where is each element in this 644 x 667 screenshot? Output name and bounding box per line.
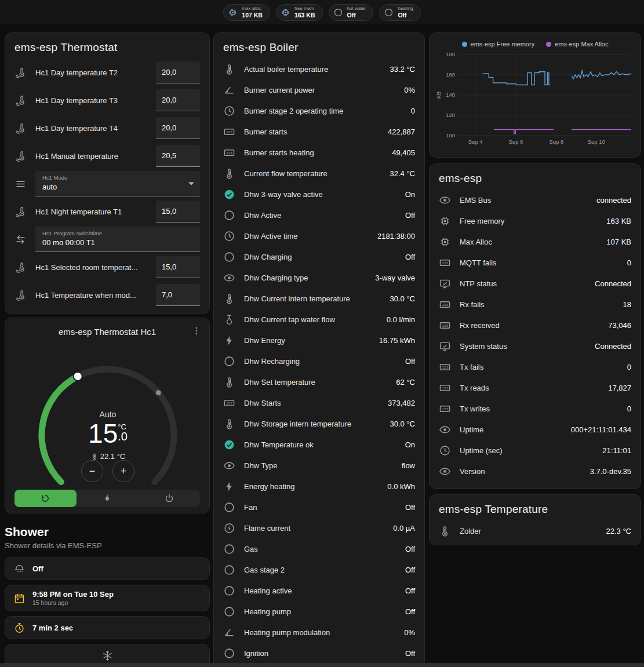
- entity-row[interactable]: Burner stage 2 operating time0: [214, 100, 424, 121]
- status-chip[interactable]: heatingOff: [379, 4, 420, 21]
- entity-value: 49,405: [392, 148, 415, 157]
- chip-label: heating: [398, 6, 413, 11]
- entity-row[interactable]: 123Tx reads17,827: [430, 377, 641, 398]
- entity-value: 32.4 °C: [390, 169, 415, 178]
- entity-row[interactable]: Dhw Typeflow: [214, 455, 424, 476]
- temp-decrease-button[interactable]: −: [81, 460, 103, 482]
- entity-row[interactable]: Flame current0.0 µA: [214, 517, 424, 538]
- entity-row[interactable]: FanOff: [214, 497, 424, 517]
- entity-label: Flame current: [244, 524, 388, 533]
- entity-row[interactable]: System statusConnected: [430, 336, 641, 356]
- status-chip[interactable]: max alloc107 KB: [223, 4, 270, 21]
- entity-value: 373,482: [388, 399, 415, 407]
- legend-dot: [546, 42, 551, 47]
- status-chip[interactable]: free mem163 KB: [276, 4, 323, 21]
- entity-row[interactable]: Dhw 3-way valve activeOn: [214, 184, 424, 205]
- legend-item[interactable]: ems-esp Free memory: [462, 41, 535, 48]
- horizontal-scrollbar[interactable]: [0, 663, 644, 667]
- entity-row[interactable]: 123Tx writes0: [430, 398, 641, 419]
- entity-row[interactable]: Dhw Current intern temperature30.0 °C: [214, 288, 424, 309]
- temp-stepper: − +: [5, 460, 210, 482]
- entity-row[interactable]: NTP statusConnected: [430, 273, 641, 294]
- entity-row[interactable]: Energy heating0.0 kWh: [214, 476, 424, 497]
- shower-card[interactable]: Off: [5, 557, 210, 580]
- number-input[interactable]: 20,5: [156, 145, 200, 167]
- temp-increase-button[interactable]: +: [112, 460, 134, 482]
- target-temp-handle[interactable]: [74, 372, 82, 381]
- hvac-mode-auto-button[interactable]: [14, 490, 77, 507]
- entity-row[interactable]: Max Alloc107 KB: [430, 231, 641, 252]
- current-temp-marker: [156, 390, 161, 395]
- entity-value: 0%: [404, 628, 415, 637]
- entity-row[interactable]: Version3.7.0-dev.35: [430, 461, 641, 482]
- entity-row[interactable]: EMS Busconnected: [430, 189, 641, 210]
- entity-row[interactable]: Dhw Set temperature62 °C: [214, 371, 424, 392]
- entity-row[interactable]: Dhw Storage intern temperature30.0 °C: [214, 413, 424, 434]
- setting-label: Hc1 Day temperature T2: [35, 68, 156, 77]
- entity-row[interactable]: 123Rx fails18: [430, 294, 641, 315]
- shower-card[interactable]: 9:58 PM on Tue 10 Sep15 hours ago: [5, 585, 210, 611]
- entity-row[interactable]: Heating pumpOff: [214, 601, 424, 622]
- card-header: ems-esp Thermostat Hc1: [5, 318, 209, 337]
- eye-icon: [439, 194, 451, 206]
- entity-row[interactable]: Dhw Current tap water flow0.0 l/min: [214, 309, 424, 330]
- entity-row[interactable]: Uptime000+21:11:01.434: [430, 419, 641, 440]
- thermometer-icon: [223, 293, 235, 305]
- entity-row[interactable]: 123Burner starts422,887: [214, 121, 424, 142]
- setting-label: Hc1 Night temperature T1: [35, 207, 156, 216]
- entity-row[interactable]: Dhw Active time2181:38:00: [214, 225, 424, 246]
- entity-row[interactable]: IgnitionOff: [214, 643, 424, 664]
- entity-row[interactable]: 123Rx received73,046: [430, 315, 641, 336]
- entity-label: Dhw 3-way valve active: [244, 190, 401, 199]
- text-input[interactable]: Hc1 Program switchtime00 mo 00:00 T1: [35, 227, 200, 252]
- chip-row: max alloc107 KBfree mem163 KBhot waterOf…: [223, 4, 420, 21]
- entity-row[interactable]: Uptime (sec)21:11:01: [430, 440, 641, 461]
- entity-row[interactable]: Free memory163 KB: [430, 210, 641, 231]
- hvac-mode-heat-button[interactable]: [77, 490, 139, 507]
- entity-label: Dhw Temperature ok: [244, 440, 401, 449]
- number-input[interactable]: 20,0: [156, 89, 200, 111]
- number-input[interactable]: 15,0: [156, 256, 200, 278]
- legend-item[interactable]: ems-esp Max Alloc: [546, 41, 608, 48]
- entity-label: Dhw Type: [244, 461, 397, 470]
- entity-row[interactable]: 123MQTT fails0: [430, 252, 641, 273]
- entity-row[interactable]: Current flow temperature32.4 °C: [214, 163, 424, 184]
- setting-row: Hc1 Manual temperature20,5: [5, 142, 209, 170]
- number-input[interactable]: 15,0: [156, 201, 200, 223]
- entity-value: 0: [627, 363, 631, 371]
- entity-row[interactable]: Zolder22.3 °C: [430, 520, 641, 541]
- thermometer-icon: [439, 525, 451, 537]
- circle-outline-icon: [223, 647, 235, 659]
- entity-row[interactable]: GasOff: [214, 538, 424, 559]
- number-input[interactable]: 7,0: [156, 284, 200, 306]
- entity-row[interactable]: Dhw Charging type3-way valve: [214, 267, 424, 288]
- entity-row[interactable]: Dhw ActiveOff: [214, 205, 424, 225]
- mode-select[interactable]: Hc1 Modeauto: [35, 171, 200, 196]
- temperature-card: ems-esp Temperature Zolder22.3 °C: [429, 494, 641, 545]
- hvac-mode-off-button[interactable]: [138, 490, 200, 507]
- entity-row[interactable]: Dhw ChargingOff: [214, 246, 424, 267]
- entity-row[interactable]: 123Dhw Starts373,482: [214, 392, 424, 413]
- entity-row[interactable]: Dhw RechargingOff: [214, 351, 424, 371]
- setting-row: Hc1 Selected room temperat...15,0: [5, 253, 209, 281]
- dots-vertical-icon[interactable]: [191, 325, 202, 337]
- entity-row[interactable]: Gas stage 2Off: [214, 559, 424, 580]
- entity-row[interactable]: Dhw Temperature okOn: [214, 434, 424, 455]
- entity-value: 0: [627, 258, 631, 267]
- field-label: Hc1 Mode: [42, 174, 184, 181]
- entity-row[interactable]: Burner current power0%: [214, 79, 424, 100]
- number-input[interactable]: 20,0: [156, 117, 200, 139]
- status-chip[interactable]: hot waterOff: [329, 4, 374, 21]
- chip-label: hot water: [347, 6, 366, 11]
- memory-chart: Sep 4Sep 6Sep 8Sep 10100120140160180KB: [434, 50, 637, 150]
- svg-text:Sep 6: Sep 6: [509, 138, 523, 145]
- entity-row[interactable]: 123Burner starts heating49,405: [214, 142, 424, 163]
- svg-text:140: 140: [446, 92, 455, 98]
- entity-row[interactable]: Heating activeOff: [214, 580, 424, 601]
- entity-row[interactable]: Heating pump modulation0%: [214, 622, 424, 643]
- entity-row[interactable]: Dhw Energy16.75 kWh: [214, 330, 424, 351]
- entity-row[interactable]: Actual boiler temperature33.2 °C: [214, 59, 424, 79]
- shower-card[interactable]: 7 min 2 sec: [5, 616, 210, 639]
- entity-row[interactable]: 123Tx fails0: [430, 356, 641, 377]
- number-input[interactable]: 20,0: [156, 61, 200, 83]
